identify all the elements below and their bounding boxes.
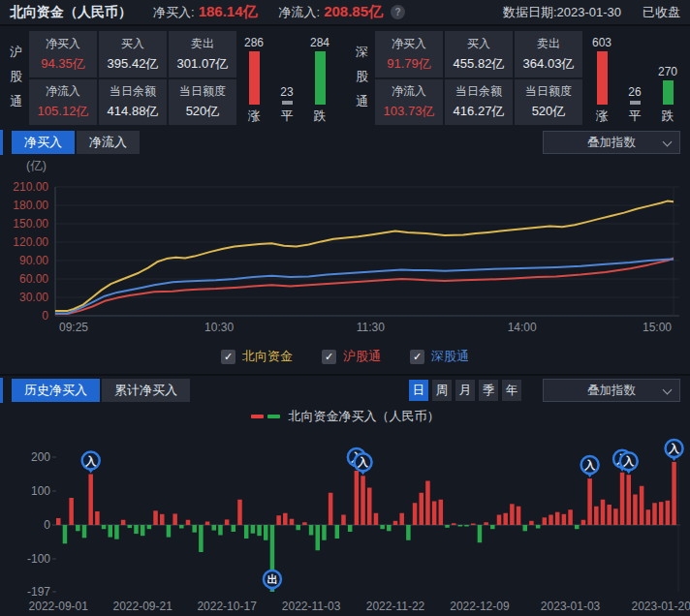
- daily-bar: [56, 518, 61, 525]
- section-accent-bar: [0, 130, 3, 155]
- daily-bar: [594, 507, 599, 525]
- svg-text:200: 200: [31, 450, 50, 464]
- daily-bar: [659, 502, 664, 525]
- svg-text:-100: -100: [27, 552, 50, 566]
- daily-bar: [562, 514, 567, 525]
- daily-bar: [393, 521, 398, 525]
- minibar-bar: [663, 80, 674, 105]
- daily-bar: [633, 495, 638, 526]
- period-quarter-button[interactable]: 季: [479, 380, 498, 401]
- svg-text:2023-01-03: 2023-01-03: [541, 600, 601, 613]
- daily-bar: [69, 498, 74, 525]
- legend-item-shengutong[interactable]: ✓ 深股通: [410, 348, 469, 365]
- minibar-value: 23: [280, 85, 293, 99]
- inflow-marker-icon: 入: [82, 452, 100, 474]
- red-dash-icon: [251, 415, 264, 418]
- up-flat-down-minibar: 603涨26平270跌: [585, 32, 684, 125]
- daily-bar: [296, 525, 300, 530]
- chevron-down-icon: [663, 385, 673, 395]
- y-axis-unit-label: (亿): [26, 158, 47, 174]
- minibar-value: 603: [592, 36, 612, 49]
- daily-bar: [613, 508, 618, 525]
- svg-text:入: 入: [357, 456, 369, 469]
- daily-bar: [167, 525, 172, 538]
- intraday-tabs: 净买入 净流入: [12, 131, 140, 154]
- line-series-2: [55, 201, 674, 311]
- northbound-funds-page: 北向资金（人民币） 净买入: 186.14亿 净流入: 208.85亿 ? 数据…: [0, 0, 690, 616]
- svg-text:2022-11-22: 2022-11-22: [366, 600, 425, 613]
- period-day-button[interactable]: 日: [409, 380, 428, 401]
- minibar-column: 26平: [623, 32, 646, 125]
- daily-bar: [179, 525, 184, 529]
- help-icon[interactable]: ?: [391, 5, 405, 19]
- daily-bar: [543, 517, 548, 525]
- daily-bar: [95, 511, 100, 525]
- daily-bar: [387, 525, 392, 531]
- intraday-legend: ✓ 北向资金 ✓ 沪股通 ✓ 深股通: [0, 346, 690, 367]
- history-tabs: 历史净买入 累计净买入: [12, 379, 190, 402]
- svg-text:90.00: 90.00: [19, 254, 48, 267]
- tab-history-net-buy[interactable]: 历史净买入: [12, 379, 100, 402]
- daily-bar: [276, 515, 281, 525]
- daily-bar: [445, 525, 450, 528]
- chevron-down-icon: [663, 138, 673, 147]
- overlay-index-select[interactable]: 叠加指数: [543, 379, 680, 402]
- checkbox-checked-icon[interactable]: ✓: [322, 350, 336, 364]
- minibar-label: 平: [629, 108, 642, 125]
- daily-bar: [82, 525, 87, 538]
- period-year-button[interactable]: 年: [502, 380, 521, 401]
- daily-bar: [672, 462, 676, 525]
- tab-cumulative-net-buy[interactable]: 累计净买入: [102, 379, 190, 402]
- net-buy-label: 净买入:: [153, 4, 195, 21]
- daily-bar: [503, 513, 508, 525]
- daily-bar: [141, 525, 145, 536]
- period-week-button[interactable]: 周: [432, 380, 452, 401]
- daily-bar: [601, 500, 606, 525]
- checkbox-checked-icon[interactable]: ✓: [221, 350, 235, 364]
- minibar-bar: [630, 101, 641, 105]
- tab-net-flow[interactable]: 净流入: [77, 131, 140, 154]
- history-bar-chart[interactable]: 2001000-100-1972022-09-012022-09-212022-…: [0, 428, 690, 616]
- period-month-button[interactable]: 月: [455, 380, 475, 401]
- daily-bar: [575, 525, 580, 529]
- stat-buy: 买入395.42亿: [99, 31, 167, 77]
- daily-bar: [529, 521, 534, 525]
- daily-bar: [568, 509, 573, 525]
- svg-text:100: 100: [31, 484, 50, 498]
- checkbox-checked-icon[interactable]: ✓: [410, 350, 424, 364]
- market-status-label: 已收盘: [643, 4, 680, 21]
- svg-text:15:00: 15:00: [643, 321, 672, 334]
- daily-bar: [549, 515, 553, 526]
- minibar-bar: [597, 51, 608, 105]
- daily-bar: [172, 513, 177, 525]
- minibar-label: 平: [281, 108, 294, 125]
- daily-bar: [497, 515, 502, 526]
- stat-net-buy: 净买入91.79亿: [375, 31, 443, 77]
- daily-bar: [335, 525, 340, 539]
- stat-buy: 买入455.82亿: [445, 31, 513, 77]
- history-legend-label: 北向资金净买入（人民币）: [289, 408, 440, 425]
- stat-day-quota: 当日额度520亿: [169, 79, 236, 126]
- daily-bar: [420, 493, 424, 525]
- minibar-column: 284跌: [308, 32, 331, 125]
- stat-day-balance: 当日余额414.88亿: [99, 79, 167, 126]
- minibar-value: 286: [244, 36, 264, 49]
- minibar-label: 涨: [596, 108, 609, 125]
- overlay-index-select[interactable]: 叠加指数: [543, 131, 680, 154]
- svg-text:2022-09-21: 2022-09-21: [112, 600, 172, 613]
- daily-bar: [121, 520, 126, 525]
- legend-item-hugutong[interactable]: ✓ 沪股通: [322, 348, 381, 365]
- daily-bar: [510, 504, 515, 525]
- minibar-bar: [315, 51, 326, 105]
- legend-item-beixiang[interactable]: ✓ 北向资金: [221, 348, 293, 365]
- stat-net-buy: 净买入94.35亿: [29, 31, 97, 77]
- daily-bar: [581, 520, 586, 525]
- intraday-line-chart[interactable]: 210.00180.00150.00120.0090.0060.0030.000…: [0, 174, 690, 345]
- x-axis-labels: 09:2510:3011:3014:0015:00: [59, 321, 672, 334]
- grid: 210.00180.00150.00120.0090.0060.0030.000: [13, 180, 679, 323]
- daily-bar: [244, 525, 249, 539]
- daily-bar: [322, 525, 327, 540]
- svg-text:150.00: 150.00: [13, 217, 48, 231]
- tab-net-buy[interactable]: 净买入: [12, 131, 75, 154]
- panel-hugutong: 沪股通 净买入94.35亿 买入395.42亿 卖出301.07亿 净流入105…: [0, 29, 342, 127]
